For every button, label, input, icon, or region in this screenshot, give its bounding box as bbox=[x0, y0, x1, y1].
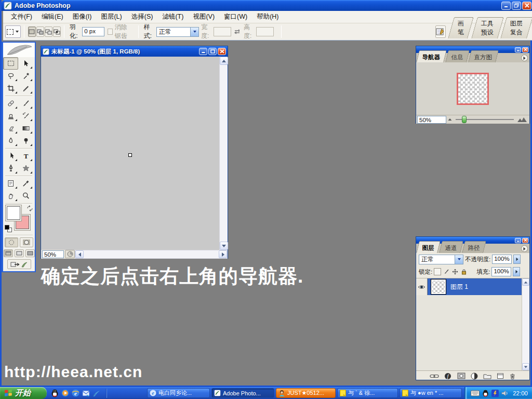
zoom-in-icon[interactable] bbox=[517, 116, 527, 123]
tool-brush[interactable] bbox=[18, 97, 33, 110]
new-layer-icon[interactable] bbox=[497, 373, 504, 379]
document-titlebar[interactable]: 未标题-1 @ 50% (图层 1, RGB/8) bbox=[41, 46, 228, 57]
foreground-color-swatch[interactable] bbox=[7, 206, 20, 220]
fill-slider-button[interactable] bbox=[513, 267, 520, 276]
lock-paint-icon[interactable] bbox=[443, 268, 450, 275]
menu-view[interactable]: 视图(V) bbox=[188, 11, 219, 23]
tab-channels[interactable]: 通道 bbox=[439, 241, 463, 253]
panel-menu-button[interactable] bbox=[521, 245, 528, 252]
taskbar-item-ie-forum[interactable]: e 电白同乡论... bbox=[147, 388, 210, 398]
close-button[interactable] bbox=[522, 2, 531, 10]
tool-magic-wand[interactable] bbox=[18, 70, 33, 82]
keyboard-input-icon[interactable] bbox=[471, 390, 480, 396]
menu-help[interactable]: 帮助(H) bbox=[252, 11, 283, 23]
jump-to-imageready-button[interactable] bbox=[7, 259, 31, 269]
outlook-icon[interactable] bbox=[82, 390, 90, 397]
tool-notes[interactable] bbox=[3, 177, 18, 190]
app-titlebar[interactable]: Adobe Photoshop bbox=[2, 0, 532, 11]
tool-healing-brush[interactable] bbox=[3, 97, 18, 110]
selection-mode-add-button[interactable] bbox=[36, 26, 44, 37]
navigator-zoom-input[interactable]: 50% bbox=[417, 116, 446, 124]
opacity-input[interactable]: 100% bbox=[492, 255, 512, 264]
tool-slice[interactable] bbox=[18, 82, 33, 95]
photoshop-feather-logo[interactable] bbox=[3, 43, 35, 57]
menu-select[interactable]: 选择(S) bbox=[127, 11, 158, 23]
layer-thumbnail[interactable] bbox=[431, 279, 446, 295]
tab-navigator[interactable]: 导航器 bbox=[416, 50, 446, 62]
qq-icon[interactable] bbox=[51, 389, 59, 397]
scroll-up-button[interactable] bbox=[220, 57, 228, 65]
taskbar-item-photoshop[interactable]: Adobe Photo... bbox=[211, 388, 274, 398]
lock-transparency-icon[interactable] bbox=[434, 268, 441, 275]
swap-dimensions-icon[interactable] bbox=[233, 29, 240, 35]
tool-clone-stamp[interactable] bbox=[3, 110, 18, 122]
tool-gradient[interactable] bbox=[18, 122, 33, 135]
adjustment-layer-icon[interactable] bbox=[471, 373, 478, 380]
selection-mode-new-button[interactable] bbox=[28, 26, 36, 37]
standard-mode-button[interactable] bbox=[5, 237, 18, 247]
taskbar-item-qq-chat-2[interactable]: 与 ` & 徐... bbox=[337, 388, 398, 398]
lock-position-icon[interactable] bbox=[451, 268, 459, 275]
messenger-tray-icon[interactable] bbox=[491, 390, 499, 397]
minimize-button[interactable] bbox=[501, 2, 511, 10]
panel-minimize-button[interactable] bbox=[515, 238, 521, 243]
navigator-preview[interactable] bbox=[416, 62, 529, 115]
scroll-up-button[interactable] bbox=[522, 278, 529, 286]
style-combobox[interactable]: 正常 bbox=[156, 27, 199, 37]
taskbar-item-qq-chat-3[interactable]: 与 ●w en * ... bbox=[400, 388, 462, 398]
screen-mode-fullscreen-button[interactable] bbox=[25, 249, 35, 257]
visibility-toggle[interactable] bbox=[416, 278, 428, 295]
chevron-down-icon[interactable] bbox=[190, 28, 198, 36]
tool-dodge[interactable] bbox=[18, 135, 33, 147]
screen-mode-standard-button[interactable] bbox=[4, 249, 13, 257]
tab-layer-comps[interactable]: 图层复合 bbox=[500, 17, 532, 38]
navigator-view-box[interactable] bbox=[457, 73, 489, 105]
feather-input[interactable]: 0 px bbox=[82, 27, 104, 36]
lock-all-icon[interactable] bbox=[460, 268, 468, 275]
tool-rect-marquee[interactable] bbox=[3, 57, 18, 70]
tool-type[interactable]: T bbox=[18, 150, 33, 162]
tool-pen[interactable] bbox=[3, 162, 18, 175]
restore-button[interactable] bbox=[512, 2, 521, 10]
menu-file[interactable]: 文件(F) bbox=[6, 11, 37, 23]
opacity-slider-button[interactable] bbox=[513, 255, 521, 264]
scroll-down-button[interactable] bbox=[220, 242, 228, 250]
antialias-checkbox[interactable] bbox=[108, 29, 112, 35]
fill-input[interactable]: 100% bbox=[491, 267, 511, 276]
tab-info[interactable]: 信息 bbox=[445, 50, 470, 62]
doc-maximize-button[interactable] bbox=[208, 48, 217, 55]
slider-thumb[interactable] bbox=[462, 116, 467, 123]
panel-close-button[interactable] bbox=[522, 238, 528, 243]
tab-histogram[interactable]: 直方图 bbox=[468, 50, 498, 62]
menu-edit[interactable]: 编辑(E) bbox=[37, 11, 68, 23]
horizontal-scrollbar[interactable] bbox=[75, 250, 228, 259]
scroll-down-button[interactable] bbox=[522, 363, 529, 370]
tool-blur[interactable] bbox=[3, 135, 18, 147]
tab-layers[interactable]: 图层 bbox=[416, 241, 441, 253]
menu-image[interactable]: 图像(I) bbox=[68, 11, 97, 23]
menu-filter[interactable]: 滤镜(T) bbox=[157, 11, 188, 23]
volume-icon[interactable] bbox=[501, 390, 509, 396]
quick-mask-button[interactable] bbox=[20, 237, 33, 247]
start-button[interactable]: 开始 bbox=[0, 387, 47, 399]
layers-scrollbar[interactable] bbox=[522, 278, 529, 370]
scroll-right-button[interactable] bbox=[219, 250, 227, 258]
menu-layer[interactable]: 图层(L) bbox=[96, 11, 126, 23]
panel-minimize-button[interactable] bbox=[515, 47, 521, 52]
pen-quill-icon[interactable] bbox=[92, 390, 101, 397]
delete-layer-icon[interactable] bbox=[509, 373, 516, 380]
panel-menu-button[interactable] bbox=[521, 55, 528, 61]
screen-mode-fullscreen-menubar-button[interactable] bbox=[15, 249, 24, 257]
taskbar-item-qq-chat-1[interactable]: JUST★0512... bbox=[276, 388, 336, 398]
document-canvas-area[interactable]: 50% bbox=[41, 57, 228, 259]
tool-history-brush[interactable] bbox=[18, 110, 33, 122]
file-browser-button[interactable] bbox=[435, 25, 446, 38]
scroll-left-button[interactable] bbox=[75, 250, 84, 258]
layer-mask-icon[interactable] bbox=[457, 373, 466, 379]
canvas-image[interactable] bbox=[128, 153, 132, 157]
vertical-scrollbar[interactable] bbox=[219, 57, 228, 250]
default-colors-icon[interactable] bbox=[5, 225, 12, 232]
tool-lasso[interactable] bbox=[3, 70, 18, 82]
selection-mode-intersect-button[interactable] bbox=[53, 26, 61, 37]
internet-explorer-icon[interactable]: e bbox=[72, 389, 79, 397]
